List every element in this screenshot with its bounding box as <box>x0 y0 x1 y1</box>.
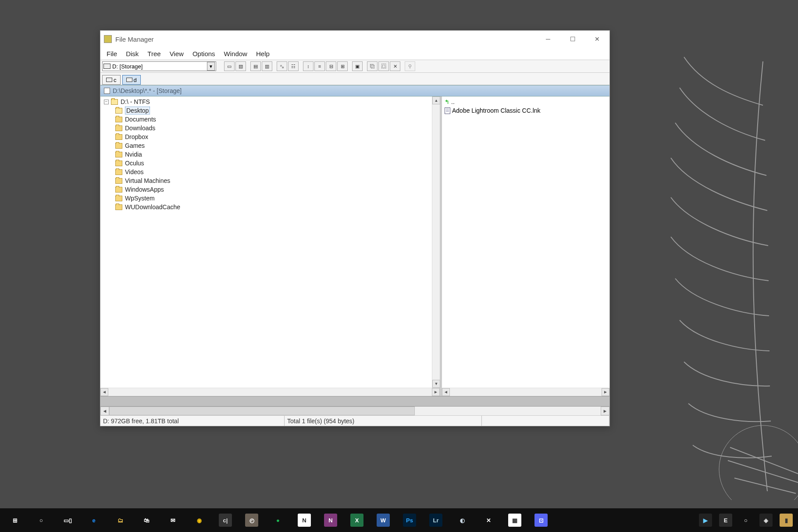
cortana-icon: ○ <box>35 514 48 527</box>
tree-item[interactable]: Oculus <box>102 159 430 168</box>
drive-tabs: c d <box>100 73 609 85</box>
tree-item[interactable]: Nvidia <box>102 150 430 159</box>
taskbar-discord[interactable]: ⊡ <box>528 508 554 532</box>
taskbar-tray[interactable]: ▮ <box>776 508 796 532</box>
taskbar-oculus[interactable]: ○ <box>736 508 756 532</box>
drive-tab-d[interactable]: d <box>122 75 141 85</box>
tree-item-label: Videos <box>125 168 144 175</box>
taskbar-steam[interactable]: ◐ <box>449 508 475 532</box>
tool-delete[interactable]: ✕ <box>390 61 400 71</box>
taskbar-sonos[interactable]: ▦ <box>502 508 528 532</box>
scroll-left-icon[interactable]: ◄ <box>100 388 108 396</box>
taskbar-n-app[interactable]: N <box>291 508 317 532</box>
minimize-button[interactable]: ─ <box>536 31 560 47</box>
tree-item[interactable]: Dropbox <box>102 132 430 141</box>
menu-window[interactable]: Window <box>220 49 252 58</box>
scroll-down-icon[interactable]: ▼ <box>432 380 440 388</box>
up-arrow-icon: ↰ <box>445 99 449 105</box>
tool-copy[interactable]: ⿻ <box>367 61 378 71</box>
main-horizontal-scrollbar[interactable]: ◄ ► <box>100 407 609 415</box>
file-horizontal-scrollbar[interactable]: ◄ ► <box>442 388 609 396</box>
scrollbar-thumb[interactable] <box>109 407 415 415</box>
menu-tree[interactable]: Tree <box>143 49 165 58</box>
tree-item[interactable]: Downloads <box>102 124 430 132</box>
menu-view[interactable]: View <box>165 49 188 58</box>
tree-item[interactable]: WindowsApps <box>102 185 430 194</box>
scroll-right-icon[interactable]: ► <box>602 388 609 396</box>
close-button[interactable]: ✕ <box>585 31 609 47</box>
tool-sort-4[interactable]: ⊞ <box>337 61 348 71</box>
taskbar-cmd[interactable]: c| <box>212 508 239 532</box>
tool-btn-1[interactable]: ▭ <box>224 61 235 71</box>
tool-sort-1[interactable]: ↕ <box>303 61 314 71</box>
scroll-up-icon[interactable]: ▲ <box>432 96 440 104</box>
scroll-left-icon[interactable]: ◄ <box>442 388 450 396</box>
drive-tab-c[interactable]: c <box>102 75 121 85</box>
combo-dropdown-arrow[interactable]: ▼ <box>207 62 215 71</box>
tool-btn-4[interactable]: ▥ <box>262 61 272 71</box>
taskbar-cortana[interactable]: ○ <box>28 508 54 532</box>
tree-item[interactable]: Documents <box>102 115 430 124</box>
tree-item[interactable]: Virtual Machines <box>102 176 430 185</box>
taskbar-spotify[interactable]: ● <box>265 508 291 532</box>
taskbar-edge[interactable]: e <box>81 508 107 532</box>
taskbar-xbox[interactable]: ✕ <box>475 508 502 532</box>
file-list[interactable]: ↰ .. Adobe Lightroom Classic CC.lnk <box>442 96 609 388</box>
taskbar-origin[interactable]: ▶ <box>695 508 716 532</box>
taskbar-start[interactable]: ⊞ <box>2 508 28 532</box>
tool-sort-3[interactable]: ⊟ <box>326 61 336 71</box>
scroll-left-icon[interactable]: ◄ <box>100 407 109 415</box>
tree-vertical-scrollbar[interactable]: ▲ ▼ <box>432 96 440 388</box>
taskbar-store[interactable]: 🛍 <box>133 508 160 532</box>
drive-combobox[interactable]: D: [Storage] ▼ <box>102 61 216 71</box>
tree-horizontal-scrollbar[interactable]: ◄ ► <box>100 388 440 396</box>
tool-btn-2[interactable]: ▧ <box>235 61 246 71</box>
taskbar-unity[interactable]: ◈ <box>756 508 776 532</box>
tool-btn-3[interactable]: ▤ <box>250 61 261 71</box>
scroll-right-icon[interactable]: ► <box>601 407 609 415</box>
desktop-wallpaper-decoration <box>579 18 798 500</box>
tree-item[interactable]: Games <box>102 141 430 150</box>
titlebar[interactable]: File Manager ─ ☐ ✕ <box>100 31 609 47</box>
taskbar-onenote[interactable]: N <box>317 508 344 532</box>
tree-item[interactable]: Desktop <box>102 106 430 115</box>
menu-options[interactable]: Options <box>188 49 220 58</box>
taskbar-clock[interactable]: ◴ <box>239 508 265 532</box>
folder-icon <box>115 134 122 140</box>
content-area: − D:\ - NTFS DesktopDocumentsDownloadsDr… <box>100 96 609 396</box>
taskbar-explorer[interactable]: 🗂 <box>107 508 133 532</box>
tool-newwin[interactable]: ▣ <box>352 61 363 71</box>
scroll-right-icon[interactable]: ► <box>432 388 440 396</box>
taskbar-photoshop[interactable]: Ps <box>396 508 423 532</box>
tool-paste[interactable]: ⿴ <box>378 61 389 71</box>
taskbar-lightroom[interactable]: Lr <box>423 508 449 532</box>
taskbar-epic[interactable]: E <box>716 508 736 532</box>
maximize-button[interactable]: ☐ <box>560 31 585 47</box>
sonos-icon: ▦ <box>508 514 521 527</box>
taskbar-excel[interactable]: X <box>344 508 370 532</box>
tree-item[interactable]: WpSystem <box>102 194 430 203</box>
taskbar-mail[interactable]: ✉ <box>160 508 186 532</box>
menu-help[interactable]: Help <box>252 49 274 58</box>
start-icon: ⊞ <box>8 514 21 527</box>
taskbar-chrome[interactable]: ◉ <box>186 508 212 532</box>
taskbar-taskview[interactable]: ▭▯ <box>54 508 81 532</box>
window-title: File Manager <box>115 36 536 43</box>
menu-disk[interactable]: Disk <box>121 49 143 58</box>
tool-view-all[interactable]: ☷ <box>288 61 299 71</box>
tree-item[interactable]: Videos <box>102 168 430 176</box>
taskbar-word[interactable]: W <box>370 508 396 532</box>
tree-root-item[interactable]: − D:\ - NTFS <box>102 97 430 106</box>
tool-sort-2[interactable]: ≡ <box>314 61 325 71</box>
file-up-item[interactable]: ↰ .. <box>445 97 607 106</box>
mdi-child-titlebar[interactable]: D:\Desktop\*.* - [Storage] <box>100 85 609 96</box>
tree-item[interactable]: WUDownloadCache <box>102 203 430 211</box>
file-item[interactable]: Adobe Lightroom Classic CC.lnk <box>445 106 607 115</box>
tree-item-label: Oculus <box>125 160 144 167</box>
tree-expander-icon[interactable]: − <box>104 100 109 104</box>
tool-security[interactable]: ⚲ <box>405 61 415 71</box>
tree-body[interactable]: − D:\ - NTFS DesktopDocumentsDownloadsDr… <box>100 96 432 388</box>
tool-view-name[interactable]: ⁿₐ <box>277 61 287 71</box>
status-extra <box>482 416 609 426</box>
menu-file[interactable]: File <box>102 49 121 58</box>
